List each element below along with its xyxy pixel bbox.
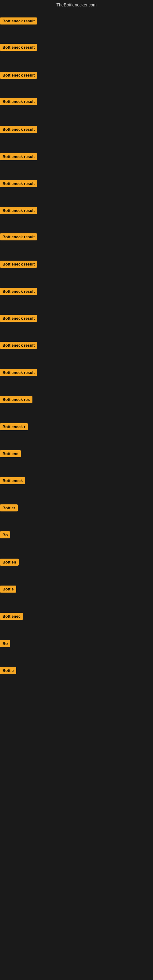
bottleneck-result-item-7[interactable]: Bottleneck result xyxy=(0,180,37,188)
bottleneck-result-item-13[interactable]: Bottleneck result xyxy=(0,342,37,350)
bottleneck-result-item-19[interactable]: Bottler xyxy=(0,504,18,513)
bottleneck-result-badge-15: Bottleneck res xyxy=(0,396,32,403)
bottleneck-result-item-18[interactable]: Bottleneck xyxy=(0,477,25,485)
bottleneck-result-badge-8: Bottleneck result xyxy=(0,207,37,214)
bottleneck-result-item-23[interactable]: Bottlenec xyxy=(0,613,23,621)
bottleneck-result-item-11[interactable]: Bottleneck result xyxy=(0,288,37,296)
bottleneck-result-item-6[interactable]: Bottleneck result xyxy=(0,153,37,161)
bottleneck-result-badge-1: Bottleneck result xyxy=(0,18,37,24)
bottleneck-result-badge-25: Bottle xyxy=(0,667,16,674)
bottleneck-result-badge-9: Bottleneck result xyxy=(0,233,37,240)
bottleneck-result-badge-21: Bottlen xyxy=(0,558,19,566)
bottleneck-result-badge-5: Bottleneck result xyxy=(0,126,37,133)
bottleneck-result-badge-4: Bottleneck result xyxy=(0,98,37,105)
bottleneck-result-item-21[interactable]: Bottlen xyxy=(0,558,19,567)
bottleneck-result-badge-20: Bo xyxy=(0,531,10,538)
bottleneck-result-badge-12: Bottleneck result xyxy=(0,315,37,322)
bottleneck-result-item-17[interactable]: Bottlene xyxy=(0,450,21,458)
bottleneck-result-badge-14: Bottleneck result xyxy=(0,369,37,376)
bottleneck-result-item-5[interactable]: Bottleneck result xyxy=(0,126,37,134)
bottleneck-result-item-24[interactable]: Bo xyxy=(0,640,10,648)
bottleneck-result-item-16[interactable]: Bottleneck r xyxy=(0,423,28,431)
bottleneck-result-item-10[interactable]: Bottleneck result xyxy=(0,261,37,269)
bottleneck-result-item-22[interactable]: Bottle xyxy=(0,585,16,594)
bottleneck-result-item-15[interactable]: Bottleneck res xyxy=(0,396,32,404)
bottleneck-result-item-25[interactable]: Bottle xyxy=(0,667,16,675)
bottleneck-result-badge-13: Bottleneck result xyxy=(0,342,37,349)
bottleneck-result-item-1[interactable]: Bottleneck result xyxy=(0,18,37,26)
bottleneck-result-item-2[interactable]: Bottleneck result xyxy=(0,44,37,52)
bottleneck-result-badge-11: Bottleneck result xyxy=(0,288,37,295)
bottleneck-result-badge-7: Bottleneck result xyxy=(0,180,37,187)
bottleneck-result-badge-2: Bottleneck result xyxy=(0,44,37,51)
bottleneck-result-badge-24: Bo xyxy=(0,640,10,647)
bottleneck-result-item-4[interactable]: Bottleneck result xyxy=(0,98,37,106)
bottleneck-result-badge-18: Bottleneck xyxy=(0,477,25,484)
bottleneck-result-item-20[interactable]: Bo xyxy=(0,531,10,539)
bottleneck-result-item-14[interactable]: Bottleneck result xyxy=(0,369,37,377)
bottleneck-result-badge-23: Bottlenec xyxy=(0,613,23,620)
bottleneck-result-item-12[interactable]: Bottleneck result xyxy=(0,315,37,323)
bottleneck-result-badge-16: Bottleneck r xyxy=(0,423,28,430)
bottleneck-result-badge-6: Bottleneck result xyxy=(0,153,37,160)
bottleneck-result-badge-3: Bottleneck result xyxy=(0,72,37,79)
bottleneck-result-badge-17: Bottlene xyxy=(0,450,21,457)
bottleneck-result-badge-22: Bottle xyxy=(0,585,16,593)
bottleneck-result-item-9[interactable]: Bottleneck result xyxy=(0,233,37,242)
site-title: TheBottlenecker.com xyxy=(0,0,153,10)
bottleneck-result-item-8[interactable]: Bottleneck result xyxy=(0,207,37,215)
bottleneck-result-badge-19: Bottler xyxy=(0,504,18,511)
bottleneck-result-item-3[interactable]: Bottleneck result xyxy=(0,72,37,80)
bottleneck-result-badge-10: Bottleneck result xyxy=(0,261,37,268)
